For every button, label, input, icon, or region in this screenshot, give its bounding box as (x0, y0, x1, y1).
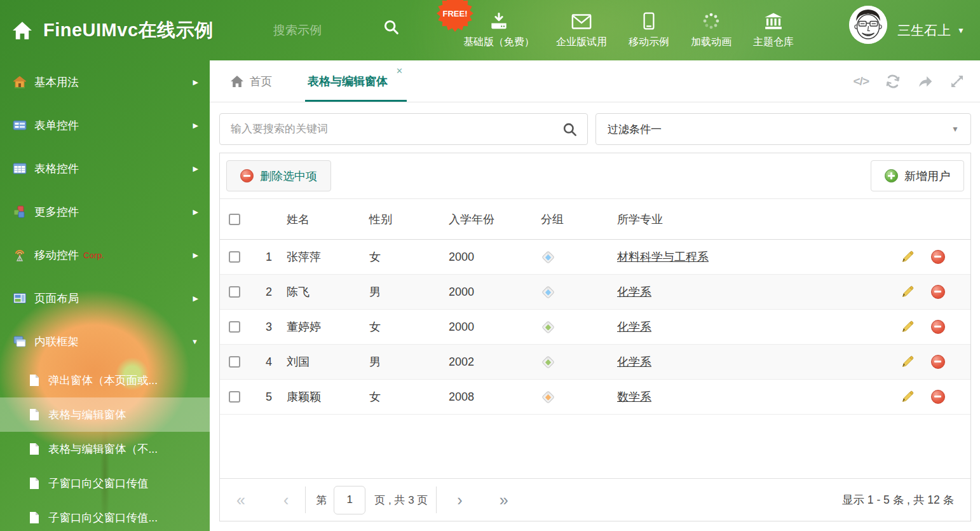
keyword-search-input[interactable] (220, 123, 587, 135)
refresh-icon[interactable] (885, 73, 901, 90)
sidebar-item-form-controls[interactable]: 表单控件 ▶ (0, 104, 210, 147)
cell-gender: 女 (363, 389, 442, 404)
filter-row: 过滤条件一 ▼ (219, 113, 971, 145)
select-all-checkbox[interactable] (229, 214, 240, 225)
user-menu[interactable]: 三生石上 ▼ (897, 0, 965, 60)
sidebar-item-mobile-controls[interactable]: 移动控件 Corp. ▶ (0, 233, 210, 277)
delete-row-icon[interactable] (931, 390, 945, 404)
row-checkbox[interactable] (229, 356, 240, 368)
nav-enterprise-trial[interactable]: 企业版试用 (545, 12, 618, 49)
major-link[interactable]: 化学系 (617, 286, 651, 298)
tag-icon (541, 285, 555, 300)
header-search-input[interactable] (273, 24, 375, 38)
avatar[interactable] (849, 6, 887, 44)
delete-row-icon[interactable] (931, 250, 945, 264)
cell-year: 2002 (442, 355, 534, 369)
edit-pencil-icon[interactable] (901, 320, 915, 334)
delete-row-icon[interactable] (931, 355, 945, 369)
filter-dropdown[interactable]: 过滤条件一 ▼ (595, 113, 971, 145)
row-checkbox[interactable] (229, 251, 240, 263)
sidebar-item-more-controls[interactable]: 更多控件 ▶ (0, 190, 210, 233)
maximize-icon[interactable] (949, 74, 965, 89)
search-icon[interactable] (562, 121, 578, 138)
close-icon[interactable]: ✕ (396, 66, 403, 76)
frames-icon (13, 334, 27, 348)
delete-selected-button[interactable]: 删除选中项 (226, 160, 331, 191)
header-search-icon[interactable] (383, 18, 400, 36)
row-checkbox[interactable] (229, 286, 240, 298)
sidebar-item-inline-frame[interactable]: 内联框架 ▼ (0, 320, 210, 363)
source-code-icon[interactable]: </> (854, 74, 869, 88)
major-link[interactable]: 材料科学与工程系 (617, 251, 709, 263)
last-page-button[interactable]: » (500, 492, 508, 508)
major-link[interactable]: 数学系 (617, 390, 651, 403)
antenna-icon (13, 248, 27, 262)
caret-down-icon: ▼ (957, 26, 965, 35)
sidebar-subitem-child-to-parent-2[interactable]: 子窗口向父窗口传值... (0, 500, 210, 531)
row-checkbox[interactable] (229, 391, 240, 403)
sidebar-subitem-grid-edit-window-2[interactable]: 表格与编辑窗体（不... (0, 432, 210, 466)
bank-icon (764, 12, 783, 30)
edit-pencil-icon[interactable] (901, 355, 915, 369)
cell-index: 3 (248, 321, 280, 334)
page-number-input[interactable] (334, 486, 365, 514)
tab-grid-edit-window[interactable]: 表格与编辑窗体 ✕ (305, 60, 407, 102)
cell-index: 5 (248, 390, 280, 404)
cell-index: 1 (248, 251, 280, 264)
page-prefix: 第 (316, 493, 327, 507)
cell-gender: 男 (363, 284, 442, 300)
delete-row-icon[interactable] (931, 285, 945, 299)
sidebar-subitem-child-to-parent[interactable]: 子窗口向父窗口传值 (0, 466, 210, 500)
table-row: 4 刘国 男 2002 化学系 (220, 345, 970, 380)
page-suffix: 页 , 共 3 页 (374, 493, 428, 507)
cell-name: 董婷婷 (280, 319, 363, 334)
cell-name: 康颖颖 (280, 389, 363, 404)
caret-down-icon: ▼ (951, 125, 959, 134)
column-major: 所学专业 (611, 212, 889, 227)
edit-pencil-icon[interactable] (901, 390, 915, 404)
top-header: FineUIMvc在线示例 FREE! 基础版（免费） 企业版试用 移动示例 (0, 0, 980, 60)
phone-icon (643, 12, 655, 30)
tab-toolbar: </> (854, 60, 965, 102)
brand[interactable]: FineUIMvc在线示例 (11, 0, 214, 60)
nav-basic-edition[interactable]: 基础版（免费） (453, 12, 545, 49)
row-checkbox[interactable] (229, 321, 240, 333)
prev-page-button[interactable]: ‹ (283, 492, 289, 508)
cell-year: 2000 (442, 321, 534, 334)
open-new-window-icon[interactable] (917, 73, 934, 90)
house-icon (13, 75, 27, 89)
sidebar: 基本用法 ▶ 表单控件 ▶ 表格控件 ▶ 更多控件 ▶ 移动控件 Corp. ▶ (0, 60, 210, 531)
pagination-bar: « ‹ 第 页 , 共 3 页 › » 显示 1 - 5 条 , 共 12 条 (220, 478, 970, 521)
chevron-right-icon: ▶ (193, 121, 198, 130)
nav-loading-animation[interactable]: 加载动画 (680, 12, 742, 49)
chevron-right-icon: ▶ (193, 251, 198, 259)
nav-mobile-demo[interactable]: 移动示例 (618, 12, 680, 49)
caret-down-icon: ▼ (191, 338, 198, 345)
tab-home[interactable]: 首页 (230, 60, 272, 102)
cell-name: 刘国 (280, 354, 363, 369)
grid-empty-area (220, 415, 970, 478)
next-page-button[interactable]: › (457, 492, 462, 508)
add-user-button[interactable]: 新增用户 (871, 160, 964, 191)
chevron-right-icon: ▶ (193, 165, 198, 173)
delete-row-icon[interactable] (931, 320, 945, 334)
nav-theme-store[interactable]: 主题仓库 (742, 12, 805, 49)
edit-pencil-icon[interactable] (901, 285, 915, 299)
tab-label: 表格与编辑窗体 (308, 74, 388, 89)
major-link[interactable]: 化学系 (617, 355, 651, 368)
grid-panel: 删除选中项 新增用户 姓名 性别 入学年份 分组 所学专业 1 张萍萍 女 20… (219, 153, 971, 521)
sidebar-subitem-grid-edit-window[interactable]: 表格与编辑窗体 (0, 397, 210, 432)
plus-circle-icon (885, 169, 898, 183)
first-page-button[interactable]: « (236, 492, 245, 508)
sidebar-subitem-popup-window[interactable]: 弹出窗体（本页面或... (0, 363, 210, 397)
major-link[interactable]: 化学系 (617, 321, 651, 333)
table-row: 5 康颖颖 女 2008 数学系 (220, 380, 970, 415)
sidebar-item-page-layout[interactable]: 页面布局 ▶ (0, 277, 210, 320)
sidebar-item-basic-usage[interactable]: 基本用法 ▶ (0, 60, 210, 104)
cell-index: 2 (248, 286, 280, 299)
pagination-summary: 显示 1 - 5 条 , 共 12 条 (842, 492, 954, 507)
cell-name: 张萍萍 (280, 249, 363, 265)
sidebar-item-grid-controls[interactable]: 表格控件 ▶ (0, 147, 210, 190)
home-icon (11, 21, 33, 40)
edit-pencil-icon[interactable] (901, 250, 915, 264)
